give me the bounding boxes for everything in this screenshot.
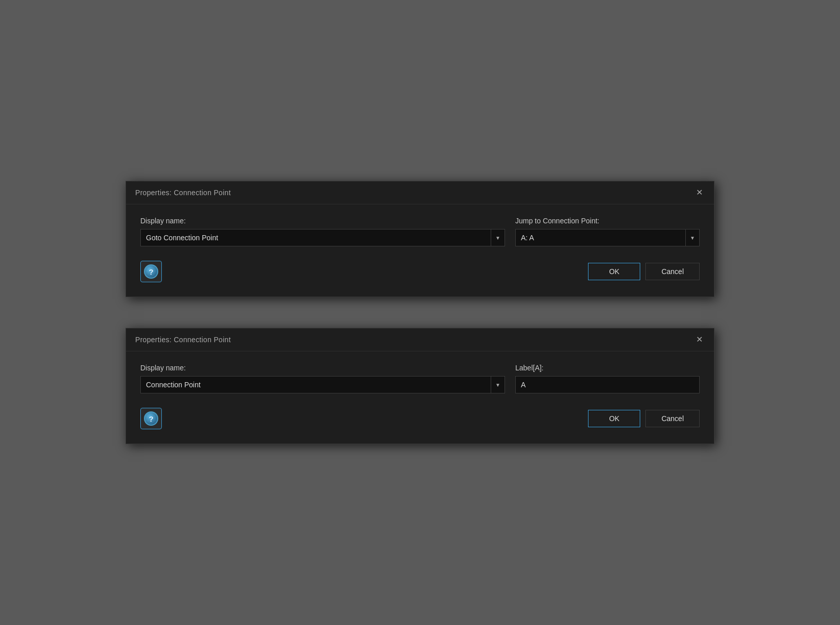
dialog-1-jump-label: Jump to Connection Point: [515,217,700,225]
dialog-1-help-button[interactable]: ? [140,261,162,282]
dialog-2-display-name-input-wrapper: ▼ [140,376,505,393]
dialog-2-body: Display name: ▼ Label[A]: ? OK Cancel [126,351,714,444]
dialog-2-label-field-input[interactable] [515,376,700,393]
dialog-1-jump-select-wrapper: ▼ [515,229,700,246]
dialog-2-title: Properties: Connection Point [135,336,231,344]
dialog-2-label-field-label: Label[A]: [515,364,700,372]
dialog-2-help-icon: ? [144,411,158,426]
dialog-2-button-row: ? OK Cancel [140,408,700,429]
dialog-2-action-buttons: OK Cancel [588,410,700,427]
dialog-2-label-group: Label[A]: [515,364,700,393]
dialog-1: Properties: Connection Point ✕ Display n… [125,181,715,297]
dialog-2-close-button[interactable]: ✕ [694,335,705,345]
dialog-1-action-buttons: OK Cancel [588,263,700,280]
dialog-1-display-name-group: Display name: ▼ [140,217,505,246]
dialog-1-jump-input[interactable] [515,229,686,246]
dialog-2-cancel-button[interactable]: Cancel [645,410,700,427]
dialog-2-ok-button[interactable]: OK [588,410,640,427]
dialog-2-form-row: Display name: ▼ Label[A]: [140,364,700,393]
dialog-1-help-icon: ? [144,264,158,279]
dialog-2-help-button[interactable]: ? [140,408,162,429]
dialog-2-display-name-input[interactable] [140,376,491,393]
dialog-1-display-name-label: Display name: [140,217,505,225]
dialog-1-display-name-dropdown-arrow[interactable]: ▼ [491,229,505,246]
dialog-1-body: Display name: ▼ Jump to Connection Point… [126,204,714,297]
dialog-1-button-row: ? OK Cancel [140,261,700,282]
dialog-2-display-name-group: Display name: ▼ [140,364,505,393]
dialog-1-ok-button[interactable]: OK [588,263,640,280]
dialog-1-cancel-button[interactable]: Cancel [645,263,700,280]
dialog-1-jump-group: Jump to Connection Point: ▼ [515,217,700,246]
dialog-2-display-name-label: Display name: [140,364,505,372]
dialog-1-titlebar: Properties: Connection Point ✕ [126,181,714,204]
dialog-1-title: Properties: Connection Point [135,189,231,197]
dialog-1-form-row: Display name: ▼ Jump to Connection Point… [140,217,700,246]
dialog-2-titlebar: Properties: Connection Point ✕ [126,328,714,351]
dialog-1-jump-dropdown-arrow[interactable]: ▼ [686,229,700,246]
dialog-2: Properties: Connection Point ✕ Display n… [125,328,715,444]
dialog-2-display-name-dropdown-arrow[interactable]: ▼ [491,376,505,393]
dialog-1-display-name-input-wrapper: ▼ [140,229,505,246]
dialog-1-display-name-input[interactable] [140,229,491,246]
dialog-1-close-button[interactable]: ✕ [694,187,705,198]
